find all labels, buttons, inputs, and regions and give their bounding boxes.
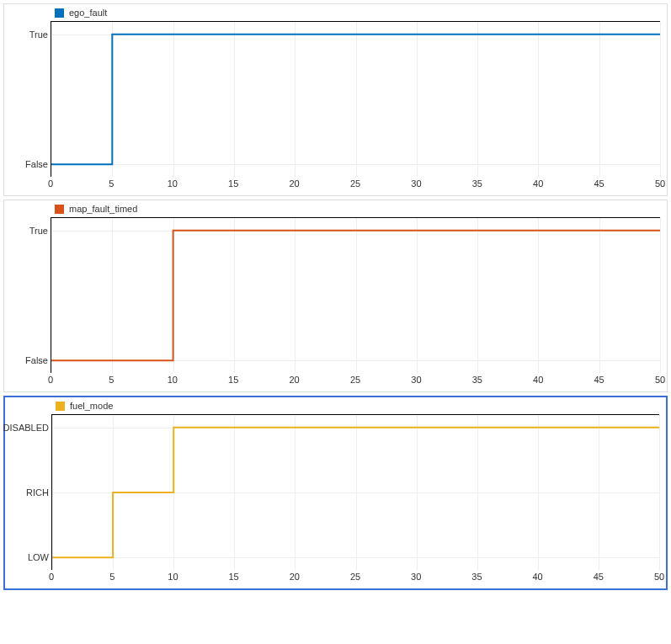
plot-area[interactable]: LOWRICHDISABLED05101520253035404550 xyxy=(51,414,659,587)
x-tick-label: 5 xyxy=(109,572,114,582)
x-tick-label: 20 xyxy=(289,375,299,385)
x-tick-label: 25 xyxy=(350,375,360,385)
legend: fuel_mode xyxy=(5,397,666,414)
x-tick-label: 5 xyxy=(109,375,114,385)
x-tick-label: 35 xyxy=(472,178,482,189)
x-tick-label: 40 xyxy=(533,178,543,189)
x-axis: 05101520253035404550 xyxy=(51,373,660,390)
series-line xyxy=(51,22,660,177)
x-tick-label: 30 xyxy=(411,375,421,385)
y-tick-label: False xyxy=(25,159,51,169)
x-tick-label: 0 xyxy=(48,375,53,385)
y-tick-label: RICH xyxy=(26,487,52,498)
chart-panel-fuel_mode[interactable]: fuel_modeLOWRICHDISABLED0510152025303540… xyxy=(3,396,668,590)
x-tick-label: 25 xyxy=(350,572,360,582)
x-tick-label: 20 xyxy=(290,572,300,582)
plot-area[interactable]: FalseTrue05101520253035404550 xyxy=(51,21,660,194)
x-tick-label: 50 xyxy=(654,572,664,582)
axes: FalseTrue xyxy=(51,21,660,177)
x-tick-label: 50 xyxy=(655,375,665,385)
x-tick-label: 5 xyxy=(109,178,114,189)
grid-vertical xyxy=(659,415,660,570)
x-tick-label: 10 xyxy=(168,572,178,582)
x-tick-label: 15 xyxy=(228,375,238,385)
y-tick-label: LOW xyxy=(28,552,52,562)
grid-vertical xyxy=(660,22,661,177)
series-line xyxy=(52,415,659,570)
y-tick-label: False xyxy=(25,355,51,365)
x-tick-label: 50 xyxy=(655,178,665,189)
legend: ego_fault xyxy=(4,4,667,21)
legend-label: map_fault_timed xyxy=(69,204,137,214)
x-tick-label: 45 xyxy=(594,572,604,582)
x-tick-label: 45 xyxy=(594,178,604,189)
x-axis: 05101520253035404550 xyxy=(51,570,659,587)
plot-area[interactable]: FalseTrue05101520253035404550 xyxy=(51,217,660,390)
x-tick-label: 45 xyxy=(594,375,604,385)
legend-swatch-icon xyxy=(55,205,64,214)
x-tick-label: 25 xyxy=(350,178,360,189)
x-tick-label: 40 xyxy=(532,572,542,582)
x-tick-label: 0 xyxy=(48,178,53,189)
x-axis: 05101520253035404550 xyxy=(51,177,660,194)
x-tick-label: 10 xyxy=(168,375,178,385)
legend-label: fuel_mode xyxy=(70,401,113,411)
axes: LOWRICHDISABLED xyxy=(51,414,659,570)
axes: FalseTrue xyxy=(51,217,660,373)
y-tick-label: True xyxy=(29,226,51,236)
x-tick-label: 15 xyxy=(228,178,238,189)
grid-vertical xyxy=(660,218,661,373)
legend: map_fault_timed xyxy=(4,200,667,217)
x-tick-label: 15 xyxy=(228,572,238,582)
series-line xyxy=(51,218,660,373)
x-tick-label: 10 xyxy=(168,178,178,189)
legend-swatch-icon xyxy=(56,402,65,411)
legend-swatch-icon xyxy=(55,8,64,18)
chart-panel-ego_fault[interactable]: ego_faultFalseTrue05101520253035404550 xyxy=(3,3,668,196)
x-tick-label: 40 xyxy=(533,375,543,385)
x-tick-label: 20 xyxy=(289,178,299,189)
legend-label: ego_fault xyxy=(69,8,107,18)
x-tick-label: 30 xyxy=(411,572,421,582)
x-tick-label: 35 xyxy=(472,375,482,385)
x-tick-label: 30 xyxy=(411,178,421,189)
y-tick-label: DISABLED xyxy=(3,423,52,433)
x-tick-label: 35 xyxy=(471,572,482,582)
x-tick-label: 0 xyxy=(49,572,54,582)
chart-panel-map_fault_timed[interactable]: map_fault_timedFalseTrue0510152025303540… xyxy=(3,200,668,392)
y-tick-label: True xyxy=(29,29,51,40)
